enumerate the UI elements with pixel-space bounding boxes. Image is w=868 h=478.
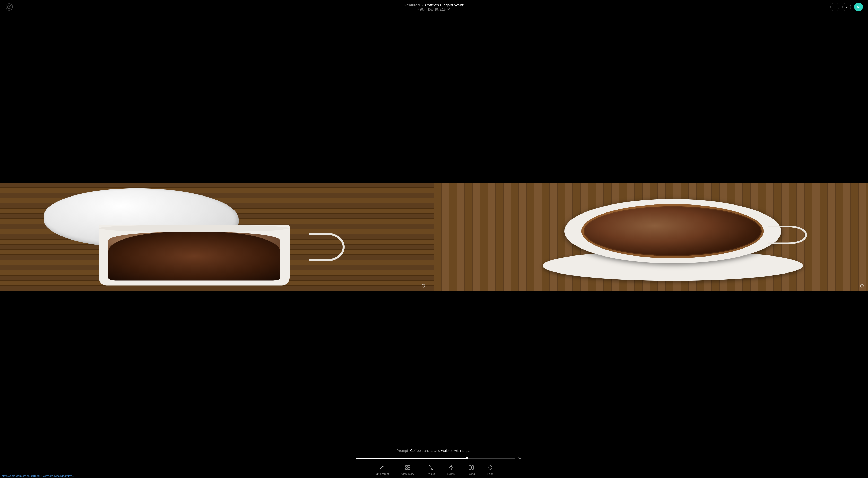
coffee-scene-left <box>0 183 434 291</box>
cup-body-left <box>99 225 290 286</box>
toolbar: Edit prompt View story <box>375 465 494 475</box>
header-featured-label: Featured <box>404 3 420 7</box>
blend-label: Blend <box>468 472 475 475</box>
svg-rect-13 <box>472 466 474 469</box>
view-story-icon <box>405 465 410 471</box>
svg-rect-3 <box>406 466 407 467</box>
header-resolution: 480p <box>418 8 425 11</box>
cup-top-view <box>564 199 781 264</box>
recut-icon <box>428 465 434 471</box>
video-panel-left <box>0 183 434 291</box>
prompt-text: Coffee dances and waltzes with sugar. <box>410 449 472 453</box>
bottom-area: Prompt Coffee dances and waltzes with su… <box>0 449 868 478</box>
recut-tool[interactable]: Re-cut <box>427 465 435 475</box>
edit-prompt-tool[interactable]: Edit prompt <box>375 465 389 475</box>
remix-label: Remix <box>447 472 455 475</box>
prompt-bar: Prompt Coffee dances and waltzes with su… <box>396 449 472 453</box>
progress-container: ⏸ 5s <box>346 456 522 460</box>
svg-point-11 <box>450 467 452 469</box>
header-center: Featured · Coffee's Elegant Waltz 480p D… <box>404 3 464 11</box>
loop-icon <box>488 465 493 471</box>
header-right: ··· 2 AI <box>830 3 863 11</box>
video-split <box>0 183 868 291</box>
cup-rim-left <box>99 225 290 232</box>
pause-button[interactable]: ⏸ <box>346 456 353 460</box>
header-meta: 480p Dec 10, 2:15PM <box>404 8 464 11</box>
loop-tool[interactable]: Loop <box>487 465 493 475</box>
header-left <box>5 3 13 11</box>
notification-count: 2 <box>846 5 847 9</box>
coffee-cup-right <box>564 199 781 275</box>
coffee-liquid-left <box>108 232 280 281</box>
header: Featured · Coffee's Elegant Waltz 480p D… <box>0 0 868 14</box>
cup-handle-left <box>309 233 345 261</box>
svg-rect-12 <box>469 466 471 469</box>
header-date: Dec 10, 2:15PM <box>428 8 450 11</box>
url-bar: https://sora.com/g/gen_01jeqq04yeevk94cw… <box>0 474 75 478</box>
recut-label: Re-cut <box>427 472 435 475</box>
view-story-label: View story <box>401 472 414 475</box>
header-video-title: Coffee's Elegant Waltz <box>425 3 464 7</box>
svg-rect-5 <box>406 468 407 470</box>
progress-track[interactable] <box>356 458 515 459</box>
duration-label: 5s <box>518 456 522 460</box>
svg-rect-6 <box>408 468 410 470</box>
url-text: https://sora.com/g/gen_01jeqq04yeevk94cw… <box>2 474 74 477</box>
remix-icon <box>448 465 454 471</box>
more-icon: ··· <box>833 5 836 9</box>
notification-button[interactable]: 2 <box>842 3 851 11</box>
edit-prompt-icon <box>379 465 384 471</box>
progress-fill <box>356 458 467 459</box>
view-story-tool[interactable]: View story <box>401 465 414 475</box>
avatar[interactable]: AI <box>854 3 863 11</box>
header-separator: · <box>422 3 423 7</box>
svg-point-2 <box>9 6 10 7</box>
video-container <box>0 0 868 478</box>
video-panel-right <box>434 183 868 291</box>
pause-icon: ⏸ <box>347 456 352 460</box>
progress-thumb[interactable] <box>466 457 468 459</box>
more-button[interactable]: ··· <box>830 3 839 11</box>
blend-tool[interactable]: Blend <box>468 465 475 475</box>
sora-logo-icon <box>5 3 13 11</box>
blend-icon <box>468 465 474 471</box>
remix-tool[interactable]: Remix <box>447 465 455 475</box>
avatar-initials: AI <box>857 5 860 9</box>
coffee-scene-right <box>434 183 868 291</box>
svg-point-8 <box>431 468 433 470</box>
svg-line-9 <box>430 467 431 468</box>
svg-rect-4 <box>408 466 410 467</box>
prompt-label: Prompt <box>396 449 408 453</box>
loop-label: Loop <box>487 472 493 475</box>
edit-prompt-label: Edit prompt <box>375 472 389 475</box>
cup-handle-right <box>768 226 807 244</box>
coffee-foam-ring <box>582 204 764 258</box>
svg-point-7 <box>429 466 430 467</box>
coffee-cup-left <box>87 205 326 286</box>
